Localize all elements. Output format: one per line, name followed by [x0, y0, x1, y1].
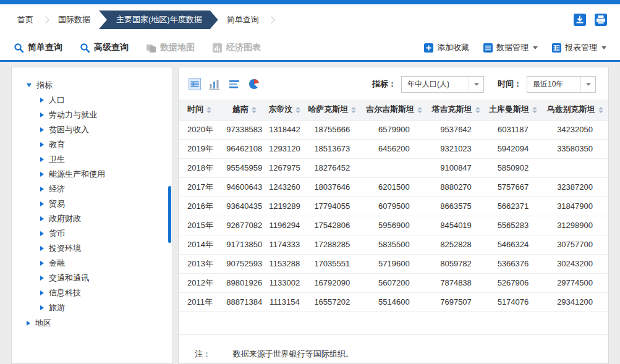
note-prefix: 注： — [195, 349, 211, 358]
column-header-1[interactable]: 时间 — [179, 99, 223, 120]
sidebar-item-label: 能源生产和使用 — [49, 169, 105, 180]
indicator-select[interactable]: 年中人口(人) — [401, 76, 484, 93]
sidebar-item-label: 人口 — [49, 95, 65, 106]
sidebar-item-label: 投资环境 — [49, 243, 81, 254]
toolbar-item-advanced-query[interactable]: 高级查询 — [80, 42, 129, 53]
table-row[interactable]: 2017年94600643124326018037646620150088802… — [179, 177, 608, 197]
sort-icon[interactable] — [598, 107, 603, 113]
search-icon — [80, 43, 90, 53]
sort-icon[interactable] — [252, 107, 257, 113]
table-row[interactable]: 2019年96462108129312018513673645620093210… — [179, 139, 608, 158]
sidebar-item-7[interactable]: 经济 — [12, 182, 172, 197]
table-cell: 18276452 — [304, 158, 360, 177]
sidebar-scrollbar-thumb[interactable] — [168, 186, 171, 243]
sidebar-item-1[interactable]: 人口 — [12, 93, 172, 108]
sidebar-item-label: 交通和通讯 — [49, 273, 89, 284]
sidebar-item-13[interactable]: 交通和通讯 — [12, 271, 172, 286]
list-view-icon[interactable] — [228, 78, 240, 90]
table-cell: 17542806 — [304, 216, 360, 235]
breadcrumb-tab-4[interactable]: 简单查询 — [222, 14, 264, 25]
sidebar-item-15[interactable]: 旅游 — [12, 300, 172, 315]
table-cell: 18755666 — [304, 120, 360, 139]
sidebar: 指标 人口劳动力与就业贫困与收入教育卫生能源生产和使用经济贸易政府财政货币投资环… — [11, 67, 173, 364]
print-icon[interactable] — [594, 13, 608, 27]
bar-chart-view-icon[interactable] — [208, 78, 221, 90]
column-header-label: 哈萨克斯坦 — [308, 104, 348, 114]
sidebar-item-6[interactable]: 能源生产和使用 — [12, 167, 172, 182]
table-row[interactable]: 2013年90752593115328817035551571960080597… — [179, 254, 608, 273]
chevron-down-icon — [533, 46, 538, 49]
note-text: 数据来源于世界银行等国际组织。 — [233, 349, 354, 358]
download-icon[interactable] — [573, 13, 587, 27]
sidebar-item-3[interactable]: 贫困与收入 — [12, 122, 172, 137]
sidebar-root-indicators[interactable]: 指标 — [12, 77, 172, 93]
chart-icon — [212, 43, 223, 53]
chevron-down-icon — [27, 83, 32, 87]
toolbar-item-add-favorite[interactable]: 添加收藏 — [423, 42, 469, 53]
table-row[interactable]: 2011年88871384111315416557202551460076975… — [179, 292, 608, 311]
time-select[interactable]: 最近10年 — [527, 76, 596, 93]
sidebar-item-label: 卫生 — [49, 154, 65, 165]
plus-icon — [423, 43, 434, 53]
table-cell: 89801926 — [223, 273, 266, 292]
chevron-down-icon — [601, 46, 606, 49]
sidebar-item-label: 金融 — [49, 258, 65, 269]
table-row[interactable]: 2015年92677082119629417542806595690084540… — [179, 216, 608, 235]
table-cell: 1267975 — [266, 158, 304, 177]
column-header-8[interactable]: 乌兹别克斯坦 — [541, 99, 608, 120]
sort-icon[interactable] — [475, 107, 480, 113]
breadcrumb-tab-2[interactable]: 国际数据 — [53, 14, 95, 25]
table-cell: 30757700 — [541, 235, 608, 254]
toolbar-item-report-management[interactable]: 报表管理 — [551, 42, 606, 53]
sidebar-item-12[interactable]: 金融 — [12, 256, 172, 271]
table-cell: 5757667 — [485, 177, 541, 197]
chevron-right-icon — [42, 16, 49, 23]
column-header-5[interactable]: 吉尔吉斯斯坦 — [361, 99, 428, 120]
sort-icon[interactable] — [417, 107, 422, 113]
source-note: 注： 数据来源于世界银行等国际组织。 — [179, 335, 608, 360]
sidebar-item-9[interactable]: 政府财政 — [12, 211, 172, 226]
column-header-2[interactable]: 越南 — [223, 99, 266, 120]
search-icon — [14, 43, 24, 53]
table-cell: 16557202 — [304, 292, 360, 311]
sidebar-item-10[interactable]: 货币 — [12, 226, 172, 241]
table-cell: 6456200 — [361, 139, 428, 158]
breadcrumb-tab-1[interactable]: 首页 — [12, 14, 38, 25]
table-view-icon[interactable] — [189, 78, 201, 90]
chevron-right-icon — [40, 290, 44, 295]
breadcrumb-tab-3[interactable]: 主要国家(地区)年度数据 — [99, 11, 218, 29]
sort-icon[interactable] — [295, 107, 300, 113]
sidebar-item-14[interactable]: 信息科技 — [12, 286, 172, 300]
sort-icon[interactable] — [351, 107, 356, 113]
toolbar: 简单查询高级查询数据地图经济图表 添加收藏数据管理报表管理 — [0, 35, 620, 62]
sidebar-root-regions[interactable]: 地区 — [12, 315, 172, 331]
sidebar-item-2[interactable]: 劳动力与就业 — [12, 108, 172, 122]
table-cell: 6579900 — [361, 120, 428, 139]
column-header-label: 土库曼斯坦 — [489, 104, 529, 114]
table-row[interactable]: 2014年91713850117433317288285583550082528… — [179, 235, 608, 254]
sort-icon[interactable] — [532, 107, 537, 113]
table-cell: 7697507 — [427, 292, 484, 311]
column-header-3[interactable]: 东帝汶 — [266, 99, 304, 120]
sidebar-item-8[interactable]: 贸易 — [12, 197, 172, 211]
table-row[interactable]: 2016年93640435121928917794055607950086635… — [179, 197, 608, 216]
table-row[interactable]: 2012年89801926113300216792090560720078748… — [179, 273, 608, 292]
column-header-7[interactable]: 土库曼斯坦 — [485, 99, 541, 120]
pie-chart-view-icon[interactable] — [248, 78, 260, 90]
table-cell: 8059782 — [427, 254, 484, 273]
sidebar-item-label: 经济 — [49, 184, 65, 195]
table-row[interactable]: 2018年95545959126797518276452910084758509… — [179, 158, 608, 177]
column-header-4[interactable]: 哈萨克斯坦 — [304, 99, 360, 120]
sidebar-item-11[interactable]: 投资环境 — [12, 241, 172, 256]
toolbar-item-simple-query[interactable]: 简单查询 — [14, 42, 62, 53]
sidebar-item-4[interactable]: 教育 — [12, 137, 172, 152]
top-accent-bar — [0, 0, 620, 4]
sort-icon[interactable] — [206, 107, 211, 113]
column-header-6[interactable]: 塔吉克斯坦 — [427, 99, 484, 120]
toolbar-item-data-management[interactable]: 数据管理 — [483, 42, 538, 53]
sidebar-item-label: 劳动力与就业 — [49, 109, 97, 121]
column-header-label: 吉尔吉斯斯坦 — [366, 104, 414, 114]
table-row[interactable]: 2020年97338583131844218755666657990095376… — [179, 120, 608, 139]
toolbar-left: 简单查询高级查询数据地图经济图表 — [14, 42, 278, 53]
sidebar-item-5[interactable]: 卫生 — [12, 152, 172, 167]
